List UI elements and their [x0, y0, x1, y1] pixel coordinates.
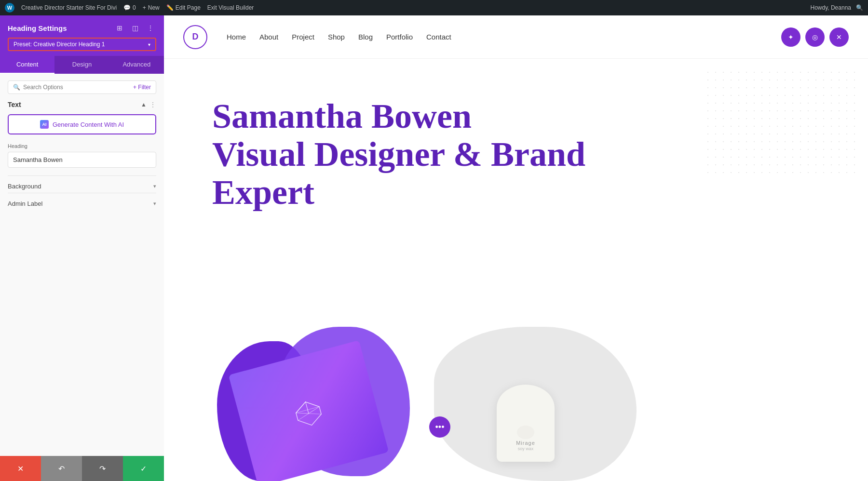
tab-content[interactable]: Content	[0, 56, 54, 74]
hero-area: Samantha Bowen Visual Designer & Brand E…	[164, 59, 868, 481]
howdy-label: Howdy, Deanna	[811, 4, 852, 11]
wp-logo-icon[interactable]: W	[5, 3, 14, 13]
nav-shop[interactable]: Shop	[328, 33, 345, 41]
search-admin-icon[interactable]: 🔍	[856, 4, 863, 11]
panel-tabs: Content Design Advanced	[0, 56, 164, 74]
hero-images: Mirage soy wax	[212, 317, 868, 481]
panel-header-icons: ⊞ ◫ ⋮	[114, 22, 156, 34]
hero-heading-line2: Visual Designer & Brand	[212, 135, 585, 174]
dot-pattern-decoration	[704, 68, 858, 174]
main-wrapper: Heading Settings ⊞ ◫ ⋮ Preset: Creative …	[0, 15, 868, 481]
filter-btn[interactable]: + Filter	[133, 84, 151, 91]
search-options-input[interactable]	[23, 84, 130, 91]
comments-icon-link[interactable]: 💬 0	[123, 4, 136, 11]
admin-label-chevron-icon: ▾	[153, 200, 156, 207]
social-dribbble-icon[interactable]: ✦	[781, 27, 800, 47]
preset-label: Preset: Creative Director Heading 1	[14, 41, 105, 48]
bubble-icon: 💬	[123, 4, 131, 11]
search-icon: 🔍	[13, 84, 20, 91]
floating-action-btn[interactable]: •••	[429, 416, 450, 438]
plus-icon: +	[143, 4, 146, 11]
site-logo[interactable]: D	[183, 25, 207, 49]
nav-home[interactable]: Home	[227, 33, 246, 41]
cancel-btn[interactable]: ✕	[0, 456, 41, 481]
panel-collapse-btn[interactable]: ◫	[129, 22, 141, 34]
text-section-title: Text	[8, 101, 21, 108]
background-section: Background ▾	[8, 175, 156, 190]
hero-heading-line3: Expert	[212, 174, 585, 212]
background-section-title: Background	[8, 183, 41, 190]
heading-settings-panel: Heading Settings ⊞ ◫ ⋮ Preset: Creative …	[0, 15, 164, 481]
generate-ai-btn[interactable]: AI Generate Content With AI	[8, 114, 156, 134]
admin-label-section-title: Admin Label	[8, 200, 42, 207]
pencil-icon: ✏️	[166, 4, 174, 11]
search-bar: 🔍 + Filter	[8, 80, 156, 94]
candle-image-right: Mirage soy wax	[434, 317, 641, 481]
panel-actions: ✕ ↶ ↷ ✓	[0, 456, 164, 481]
candle-top-icon	[516, 425, 535, 440]
edit-page-btn[interactable]: ✏️ Edit Page	[166, 4, 201, 11]
hero-heading-line1: Samantha Bowen	[212, 97, 585, 135]
panel-header: Heading Settings ⊞ ◫ ⋮	[0, 15, 164, 38]
admin-label-section: Admin Label ▾	[8, 193, 156, 207]
background-chevron-icon: ▾	[153, 183, 156, 189]
site-name-link[interactable]: Creative Director Starter Site For Divi	[21, 4, 117, 11]
background-section-header[interactable]: Background ▾	[8, 183, 156, 190]
admin-bar: W Creative Director Starter Site For Div…	[0, 0, 868, 15]
chevron-down-icon: ▾	[148, 42, 150, 47]
ai-icon: AI	[40, 120, 49, 129]
nav-about[interactable]: About	[259, 33, 278, 41]
candle-brand-label: Mirage soy wax	[516, 440, 535, 452]
site-social: ✦ ◎ ✕	[781, 27, 849, 47]
generate-ai-label: Generate Content With AI	[53, 121, 124, 128]
nav-blog[interactable]: Blog	[358, 33, 373, 41]
social-instagram-icon[interactable]: ◎	[805, 27, 825, 47]
social-x-icon[interactable]: ✕	[829, 27, 849, 47]
hero-heading: Samantha Bowen Visual Designer & Brand E…	[212, 97, 585, 212]
product-image-left	[212, 317, 420, 481]
panel-body: 🔍 + Filter Text ▲ ⋮ AI Generate Content …	[0, 74, 164, 456]
nav-portfolio[interactable]: Portfolio	[386, 33, 413, 41]
svg-line-4	[297, 414, 310, 420]
text-section-collapse-btn[interactable]: ▲	[141, 101, 147, 108]
tab-advanced[interactable]: Advanced	[109, 56, 164, 74]
site-nav: Home About Project Shop Blog Portfolio C…	[227, 33, 781, 41]
panel-title: Heading Settings	[8, 24, 67, 32]
heading-field-group: Heading	[8, 143, 156, 168]
panel-fullscreen-btn[interactable]: ⊞	[114, 22, 125, 34]
candle-item: Mirage soy wax	[497, 385, 555, 462]
text-section-header: Text ▲ ⋮	[8, 101, 156, 108]
text-section-menu-btn[interactable]: ⋮	[149, 101, 156, 108]
nav-project[interactable]: Project	[292, 33, 314, 41]
svg-point-6	[517, 426, 534, 439]
heading-input[interactable]	[8, 152, 156, 168]
redo-btn[interactable]: ↷	[82, 456, 123, 481]
nav-contact[interactable]: Contact	[426, 33, 451, 41]
right-content: D Home About Project Shop Blog Portfolio…	[164, 15, 868, 481]
tab-design[interactable]: Design	[54, 56, 109, 74]
undo-btn[interactable]: ↶	[41, 456, 82, 481]
site-header: D Home About Project Shop Blog Portfolio…	[164, 15, 868, 59]
save-btn[interactable]: ✓	[123, 456, 164, 481]
heading-field-label: Heading	[8, 143, 156, 149]
preset-selector[interactable]: Preset: Creative Director Heading 1 ▾	[8, 38, 156, 51]
admin-label-section-header[interactable]: Admin Label ▾	[8, 200, 156, 207]
svg-marker-1	[306, 399, 321, 414]
product-gem-icon	[291, 396, 326, 431]
exit-builder-btn[interactable]: Exit Visual Builder	[207, 4, 254, 11]
svg-line-3	[296, 407, 319, 413]
panel-more-btn[interactable]: ⋮	[145, 22, 156, 34]
new-content-btn[interactable]: + New	[143, 4, 160, 11]
admin-bar-right: Howdy, Deanna 🔍	[811, 4, 864, 11]
